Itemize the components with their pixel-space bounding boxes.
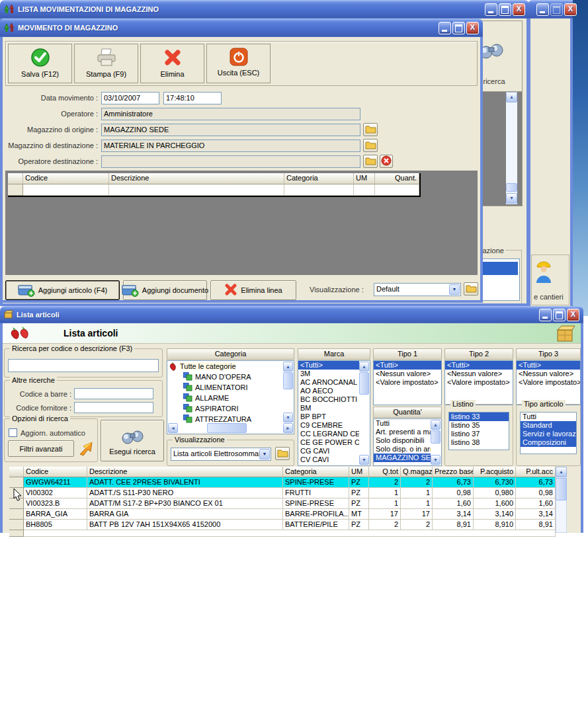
- cell-pacquisto[interactable]: 1,600: [474, 498, 516, 509]
- column-header-prezzo-base[interactable]: Prezzo base: [433, 467, 474, 477]
- column-header-um[interactable]: UM: [349, 467, 369, 477]
- cell-descrizione[interactable]: ADATT. CEE 2PRESE BIVALENTI: [87, 477, 283, 488]
- cell-codice[interactable]: BARRA_GIA: [24, 509, 87, 520]
- tipo-articolo-list[interactable]: Tutti Standard Servizi e lavoraz Composi…: [520, 412, 577, 454]
- movimento-titlebar[interactable]: MOVIMENTO DI MAGAZZINO: [0, 19, 483, 37]
- cell-prezzo-base[interactable]: 3,14: [433, 509, 474, 520]
- aggiorn-automatico-checkbox[interactable]: [9, 428, 17, 437]
- quantita-header[interactable]: Quantita': [373, 407, 442, 418]
- minimize-button[interactable]: [539, 309, 552, 321]
- list-item[interactable]: C9 CEMBRE: [298, 421, 359, 430]
- list-item[interactable]: AO AECO: [298, 387, 359, 395]
- maximize-button[interactable]: [553, 309, 566, 321]
- orange-hand-icon[interactable]: [77, 441, 93, 458]
- close-button[interactable]: [466, 22, 479, 34]
- scrollbar-thumb[interactable]: [359, 372, 369, 395]
- cell-pultacc[interactable]: 8,91: [516, 520, 556, 530]
- listino-list[interactable]: listino 33 listino 35 listino 37 listino…: [448, 412, 509, 450]
- codice-fornitore-input[interactable]: [74, 402, 153, 413]
- row-selector[interactable]: [9, 477, 24, 488]
- grid-cell[interactable]: [284, 184, 354, 196]
- scrollbar-thumb[interactable]: [506, 183, 517, 192]
- table-row[interactable]: VI00323.B ADATT/M S17-2 BP+P30 BIANCO EX…: [9, 498, 556, 509]
- salva-button[interactable]: Salva (F12): [8, 44, 72, 83]
- stampa-button[interactable]: Stampa (F9): [74, 44, 138, 83]
- list-item[interactable]: Tutti: [521, 413, 576, 421]
- cell-categoria[interactable]: SPINE-PRESE: [283, 498, 349, 509]
- tree-root-item[interactable]: Tutte le categorie: [167, 361, 294, 372]
- list-item[interactable]: Art. presenti a magaz:: [374, 428, 431, 436]
- scroll-up-button[interactable]: ▲: [506, 92, 517, 102]
- destinazione-folder-button[interactable]: [363, 139, 378, 152]
- grid-cell[interactable]: [23, 184, 109, 196]
- cell-pacquisto[interactable]: 0,980: [474, 488, 516, 498]
- aggiungi-articolo-button[interactable]: Aggiungi articolo (F4): [5, 280, 120, 300]
- column-header-quant[interactable]: Quant.: [375, 173, 419, 184]
- list-item[interactable]: CE GE POWER C: [298, 438, 359, 447]
- table-row[interactable]: BARRA_GIA BARRA GIA BARRE-PROFILA... MT …: [9, 509, 556, 520]
- tipo1-header[interactable]: Tipo 1: [373, 348, 442, 360]
- cell-pultacc[interactable]: 1,60: [516, 498, 556, 509]
- list-item[interactable]: <Valore impostato>: [517, 378, 580, 387]
- table-row[interactable]: GWGW64211 ADATT. CEE 2PRESE BIVALENTI SP…: [9, 477, 556, 488]
- table-row[interactable]: BH8805 BATT PB 12V 7AH 151X94X65 4152000…: [9, 520, 556, 530]
- column-header-um[interactable]: UM: [354, 173, 375, 184]
- list-item[interactable]: <Valore impostato>: [445, 378, 513, 387]
- codice-barre-input[interactable]: [74, 388, 153, 399]
- cell-qmagaz[interactable]: 17: [401, 509, 433, 520]
- tipo3-list[interactable]: <Tutti> <Nessun valore> <Valore impostat…: [516, 360, 581, 405]
- list-item[interactable]: <Tutti>: [374, 361, 441, 370]
- column-header-codice[interactable]: Codice: [23, 173, 109, 184]
- list-item[interactable]: MAGAZZINO SEDE: [374, 454, 431, 462]
- list-item[interactable]: <Tutti>: [517, 361, 580, 370]
- operatore-dest-clear-button[interactable]: [380, 155, 393, 168]
- chevron-down-icon[interactable]: ▼: [449, 284, 460, 295]
- visualizzazione-combo[interactable]: Default ▼: [374, 283, 461, 296]
- data-movimento-input[interactable]: 03/10/2007: [101, 92, 159, 104]
- cell-descrizione[interactable]: BATT PB 12V 7AH 151X94X65 4152000: [87, 520, 283, 530]
- column-header-descrizione[interactable]: Descrizione: [109, 173, 284, 184]
- visualizzazione-combo[interactable]: Lista articoli Elettrosommaru ▼: [171, 448, 271, 461]
- chevron-down-icon[interactable]: ▼: [259, 449, 270, 459]
- list-item[interactable]: BP BPT: [298, 413, 359, 421]
- list-item[interactable]: <Tutti>: [298, 361, 359, 370]
- row-selector[interactable]: [8, 184, 23, 196]
- search-input[interactable]: [8, 359, 159, 372]
- list-item[interactable]: <Tutti>: [445, 361, 513, 370]
- list-item[interactable]: listino 33: [449, 413, 509, 421]
- cell-categoria[interactable]: BARRE-PROFILA...: [283, 509, 349, 520]
- cell-pacquisto[interactable]: 3,140: [474, 509, 516, 520]
- lista-movimentazioni-titlebar[interactable]: LISTA MOVIMENTAZIONI DI MAGAZZINO: [0, 0, 529, 19]
- elimina-button[interactable]: Elimina: [140, 44, 204, 83]
- scroll-down-button[interactable]: ▼: [283, 413, 293, 422]
- scroll-up-button[interactable]: ▲: [359, 362, 369, 372]
- minimize-button[interactable]: [439, 22, 451, 34]
- operatore-destinazione-field[interactable]: [101, 155, 360, 168]
- list-item[interactable]: 3M: [298, 370, 359, 378]
- cell-qmagaz[interactable]: 1: [401, 488, 433, 498]
- operatore-dest-folder-button[interactable]: [363, 155, 378, 168]
- cell-qtot[interactable]: 1: [369, 498, 401, 509]
- visualizzazione-folder-button[interactable]: [464, 282, 478, 296]
- cell-pultacc[interactable]: 6,73: [516, 477, 556, 488]
- ora-movimento-input[interactable]: 17:48:10: [163, 92, 222, 104]
- list-item[interactable]: AC ARNOCANAL: [298, 378, 359, 387]
- close-button[interactable]: [564, 3, 577, 16]
- tipo1-list[interactable]: <Tutti> <Nessun valore> <Valore impostat…: [373, 360, 442, 405]
- list-item[interactable]: <Nessun valore>: [374, 370, 441, 378]
- column-header-categoria[interactable]: Categoria: [284, 173, 354, 184]
- cell-pultacc[interactable]: 3,14: [516, 509, 556, 520]
- column-header-codice[interactable]: Codice: [24, 467, 87, 477]
- magazzino-origine-field[interactable]: MAGAZZINO SEDE: [101, 124, 360, 136]
- cell-codice[interactable]: GWGW64211: [24, 477, 87, 488]
- maximize-button[interactable]: [452, 22, 465, 34]
- quantita-list[interactable]: Tutti Art. presenti a magaz: Solo dispon…: [373, 418, 442, 466]
- selection-list-fragment[interactable]: [478, 258, 520, 301]
- list-item[interactable]: listino 35: [449, 421, 509, 430]
- scroll-right-button[interactable]: ►: [283, 423, 293, 433]
- tipo3-header[interactable]: Tipo 3: [516, 348, 581, 360]
- scroll-down-button[interactable]: ▼: [359, 455, 369, 465]
- list-item[interactable]: CV CAVI: [298, 455, 359, 464]
- cell-descrizione[interactable]: BARRA GIA: [87, 509, 283, 520]
- cell-pultacc[interactable]: 0,98: [516, 488, 556, 498]
